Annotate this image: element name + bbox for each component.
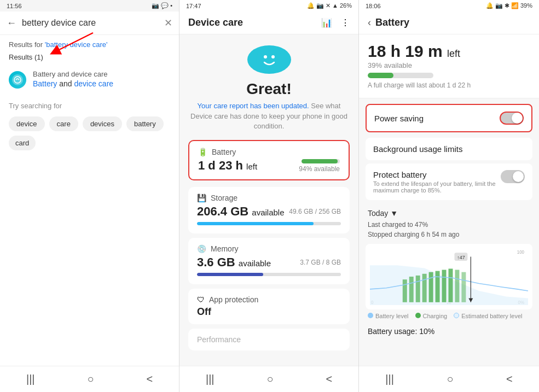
status-bar-2: 17:47 🔔 📷 ✕ ▲ 26% xyxy=(179,0,358,11)
battery-progress-fill xyxy=(368,73,393,78)
time-3: 18:06 xyxy=(366,3,381,9)
care-icon xyxy=(14,76,21,84)
svg-rect-12 xyxy=(416,276,420,302)
chevron-down-icon[interactable]: ▼ xyxy=(390,209,398,218)
results-link[interactable]: 'battery device care' xyxy=(45,40,108,49)
power-saving-toggle[interactable] xyxy=(500,112,524,125)
protect-battery-toggle[interactable] xyxy=(501,170,525,183)
battery-usage: Battery usage: 10% xyxy=(359,323,539,340)
icons-3: 🔔 📷 ✱ 📶 39% xyxy=(486,2,532,9)
panel-battery: 18:06 🔔 📷 ✱ 📶 39% ‹ Battery 18 h 19 m le… xyxy=(359,0,539,392)
icons-2: 🔔 📷 ✕ ▲ 26% xyxy=(307,2,352,9)
nav-bar-2: ||| ○ < xyxy=(179,366,358,392)
search-input[interactable] xyxy=(22,18,164,28)
svg-rect-11 xyxy=(409,277,414,302)
icons-1: 📷 💬 • xyxy=(152,2,172,9)
chart-icon[interactable]: 📊 xyxy=(321,17,332,28)
svg-point-1 xyxy=(14,77,21,83)
today-row[interactable]: Today ▼ xyxy=(359,204,539,219)
chart-legend: Battery level Charging Estimated battery… xyxy=(359,309,539,323)
status-bar-3: 18:06 🔔 📷 ✱ 📶 39% xyxy=(359,0,539,11)
svg-rect-18 xyxy=(455,270,459,302)
nav-back-icon-2[interactable]: < xyxy=(326,373,332,385)
storage-icon: 💾 xyxy=(197,194,206,202)
shield-icon: 🛡 xyxy=(197,295,205,304)
more-icon[interactable]: ⋮ xyxy=(341,17,350,28)
panel2-content: Great! Your care report has been updated… xyxy=(179,34,358,366)
nav-back-icon[interactable]: < xyxy=(146,373,153,385)
svg-point-4 xyxy=(271,55,275,58)
svg-rect-14 xyxy=(429,272,433,302)
storage-card[interactable]: 💾 Storage 206.4 GB available 49.6 GB / 2… xyxy=(188,187,350,233)
nav-bar-1: ||| ○ < xyxy=(0,366,179,392)
battery-time-section: 18 h 19 m left 39% available A full char… xyxy=(359,34,539,98)
battery-card[interactable]: 🔋 Battery 1 d 23 h left 94% available xyxy=(188,140,350,180)
nav-home-icon[interactable]: ○ xyxy=(87,373,94,385)
results-for-text: Results for 'battery device care' xyxy=(0,35,179,51)
svg-rect-19 xyxy=(461,272,466,302)
result-icon xyxy=(9,71,26,89)
svg-rect-13 xyxy=(422,274,427,302)
search-result-item[interactable]: Battery and device care Battery and devi… xyxy=(0,66,179,93)
search-bar: ← ✕ xyxy=(0,11,179,35)
storage-bar-bg xyxy=(197,222,341,225)
svg-point-3 xyxy=(264,55,267,58)
try-searching-label: Try searching for xyxy=(0,93,179,114)
power-saving-card[interactable]: Power saving xyxy=(366,104,532,132)
panel2-title: Device care xyxy=(188,17,243,28)
charged-info: Last charged to 47% Stopped charging 6 h… xyxy=(359,219,539,244)
protect-battery-card[interactable]: Protect battery To extend the lifespan o… xyxy=(366,163,532,200)
nav-recent-icon-2[interactable]: ||| xyxy=(206,373,215,385)
result-text: Battery and device care Battery and devi… xyxy=(33,70,113,88)
svg-rect-15 xyxy=(436,271,440,302)
nav-back-icon-3[interactable]: < xyxy=(506,373,513,385)
chip-battery[interactable]: battery xyxy=(126,116,164,131)
nav-recent-icon-3[interactable]: ||| xyxy=(385,373,394,385)
chip-device[interactable]: device xyxy=(9,116,45,131)
time-2: 17:47 xyxy=(186,3,201,9)
memory-bar-fill xyxy=(197,273,263,276)
chips-row-2: card xyxy=(0,133,179,153)
results-count: Results (1) xyxy=(0,51,179,66)
panel2-icons: 📊 ⋮ xyxy=(321,17,350,28)
memory-bar-bg xyxy=(197,273,341,276)
status-bar-1: 11:56 📷 💬 • xyxy=(0,0,179,11)
face-icon xyxy=(247,45,291,74)
svg-text:↑47: ↑47 xyxy=(457,255,465,260)
chip-card[interactable]: card xyxy=(9,136,36,150)
svg-point-2 xyxy=(256,46,282,73)
memory-icon: 💿 xyxy=(197,244,206,253)
great-label: Great! xyxy=(246,80,291,98)
svg-rect-17 xyxy=(449,268,453,302)
storage-bar-fill xyxy=(197,222,314,225)
performance-card[interactable]: Performance xyxy=(188,329,350,350)
battery-chart: 100 0% 12 0 xyxy=(366,244,532,309)
panel3-title: Battery xyxy=(375,17,409,28)
back-arrow-icon[interactable]: ← xyxy=(7,17,16,29)
panel3-back-icon[interactable]: ‹ xyxy=(368,17,371,28)
svg-rect-10 xyxy=(403,279,407,302)
battery-icon: 🔋 xyxy=(198,148,207,156)
nav-home-icon-2[interactable]: ○ xyxy=(266,373,273,385)
nav-home-icon-3[interactable]: ○ xyxy=(447,373,453,385)
battery-bar-bg xyxy=(302,159,340,163)
battery-chart-svg: 100 0% 12 0 xyxy=(370,248,528,305)
nav-bar-3: ||| ○ < xyxy=(359,366,539,392)
chip-devices[interactable]: devices xyxy=(83,116,122,131)
nav-recent-icon[interactable]: ||| xyxy=(26,373,35,385)
panel-search: 11:56 📷 💬 • ← ✕ Results for 'battery dev… xyxy=(0,0,179,392)
clear-icon[interactable]: ✕ xyxy=(164,17,172,29)
battery-bar-fill xyxy=(302,159,338,163)
battery-progress-bg xyxy=(368,73,433,78)
panel2-header: Device care 📊 ⋮ xyxy=(179,11,358,34)
time-1: 11:56 xyxy=(7,3,22,9)
panel3-header: ‹ Battery xyxy=(359,11,539,34)
background-usage-item[interactable]: Background usage limits xyxy=(366,138,532,160)
svg-rect-16 xyxy=(442,270,447,302)
chip-care[interactable]: care xyxy=(49,116,78,131)
svg-text:100: 100 xyxy=(517,250,525,255)
app-protection-card[interactable]: 🛡 App protection Off xyxy=(188,289,350,324)
memory-card[interactable]: 💿 Memory 3.6 GB available 3.7 GB / 8 GB xyxy=(188,238,350,284)
chips-row: device care devices battery xyxy=(0,114,179,133)
care-report: Your care report has been updated. See w… xyxy=(188,101,350,131)
